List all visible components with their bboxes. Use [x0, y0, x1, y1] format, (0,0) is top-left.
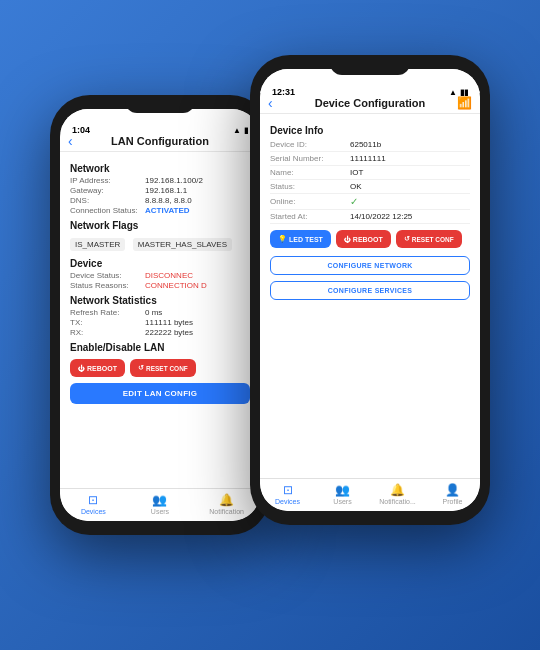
rx-label: RX:	[70, 328, 145, 337]
online-row: Online: ✓	[270, 194, 470, 210]
left-tab-bar: ⊡ Devices 👥 Users 🔔 Notification	[60, 488, 260, 521]
device-info-rows: Device ID: 625011b Serial Number: 111111…	[270, 138, 470, 224]
right-tab-devices[interactable]: ⊡ Devices	[268, 483, 308, 505]
rx-value: 222222 bytes	[145, 328, 193, 337]
led-test-label: LED TEST	[289, 236, 323, 243]
left-tab-devices[interactable]: ⊡ Devices	[73, 493, 113, 515]
serial-number-label: Serial Number:	[270, 154, 350, 163]
left-screen-content: Network IP Address: 192.168.1.100/2 Gate…	[60, 152, 260, 410]
ip-value: 192.168.1.100/2	[145, 176, 203, 185]
flag-master-has-slaves: MASTER_HAS_SLAVES	[133, 238, 232, 251]
conn-status-value: ACTIVATED	[145, 206, 190, 215]
flag-is-master: IS_MASTER	[70, 238, 125, 251]
right-phone-screen: 12:31 ▲ ▮▮ ‹ Device Configuration 📶 Devi…	[260, 69, 480, 511]
enable-disable-title: Enable/Disable LAN	[70, 342, 250, 353]
network-flags-title: Network Flags	[70, 220, 250, 231]
device-status-value: DISCONNEC	[145, 271, 193, 280]
device-info-title: Device Info	[270, 125, 470, 136]
right-nav-header: ‹ Device Configuration 📶	[260, 93, 480, 114]
right-chart-icon[interactable]: 📶	[457, 96, 472, 110]
right-reboot-icon: ⏻	[344, 236, 351, 243]
right-devices-icon: ⊡	[283, 483, 293, 497]
left-nav-title: LAN Configuration	[111, 135, 209, 147]
device-status-label: Device Status:	[70, 271, 145, 280]
rx-row: RX: 222222 bytes	[70, 328, 250, 337]
right-reboot-button[interactable]: ⏻ REBOOT	[336, 230, 391, 248]
network-stats-section: Network Statistics Refresh Rate: 0 ms TX…	[70, 295, 250, 337]
left-phone-screen: 1:04 ▲ ▮ ‹ LAN Configuration Network IP …	[60, 109, 260, 521]
right-phone-notch	[330, 55, 410, 75]
right-back-button[interactable]: ‹	[268, 95, 273, 111]
status-value: OK	[350, 182, 362, 191]
left-reboot-icon: ⏻	[78, 365, 85, 372]
tx-label: TX:	[70, 318, 145, 327]
refresh-rate-label: Refresh Rate:	[70, 308, 145, 317]
name-value: IOT	[350, 168, 363, 177]
left-tab-users[interactable]: 👥 Users	[140, 493, 180, 515]
status-reasons-row: Status Reasons: CONNECTION D	[70, 281, 250, 290]
left-nav-header: ‹ LAN Configuration	[60, 131, 260, 152]
right-screen-content: Device Info Device ID: 625011b Serial Nu…	[260, 114, 480, 310]
left-users-icon: 👥	[152, 493, 167, 507]
led-icon: 💡	[278, 235, 287, 243]
refresh-rate-row: Refresh Rate: 0 ms	[70, 308, 250, 317]
started-at-label: Started At:	[270, 212, 350, 221]
device-id-value: 625011b	[350, 140, 381, 149]
name-row: Name: IOT	[270, 166, 470, 180]
right-tab-notifications[interactable]: 🔔 Notificatio...	[378, 483, 418, 505]
device-title: Device	[70, 258, 250, 269]
left-notif-label: Notification	[209, 508, 244, 515]
right-tab-bar: ⊡ Devices 👥 Users 🔔 Notificatio... 👤 Pro…	[260, 478, 480, 511]
tx-value: 111111 bytes	[145, 318, 193, 327]
led-test-button[interactable]: 💡 LED TEST	[270, 230, 331, 248]
right-reset-button[interactable]: ↺ RESET CONF	[396, 230, 462, 248]
left-devices-icon: ⊡	[88, 493, 98, 507]
phone-right: 12:31 ▲ ▮▮ ‹ Device Configuration 📶 Devi…	[250, 55, 490, 525]
dns-row: DNS: 8.8.8.8, 8.8.0	[70, 196, 250, 205]
left-back-button[interactable]: ‹	[68, 133, 73, 149]
right-profile-label: Profile	[443, 498, 463, 505]
left-reset-label: RESET CONF	[146, 365, 188, 372]
left-reset-icon: ↺	[138, 364, 144, 372]
device-id-label: Device ID:	[270, 140, 350, 149]
configure-network-button[interactable]: CONFIGURE NETWORK	[270, 256, 470, 275]
right-tab-users[interactable]: 👥 Users	[323, 483, 363, 505]
status-label: Status:	[270, 182, 350, 191]
phone-left: 1:04 ▲ ▮ ‹ LAN Configuration Network IP …	[50, 95, 270, 535]
network-section: Network IP Address: 192.168.1.100/2 Gate…	[70, 163, 250, 215]
left-reset-button[interactable]: ↺ RESET CONF	[130, 359, 196, 377]
left-reboot-button[interactable]: ⏻ REBOOT	[70, 359, 125, 377]
left-users-label: Users	[151, 508, 169, 515]
network-flags-section: Network Flags IS_MASTER MASTER_HAS_SLAVE…	[70, 220, 250, 253]
left-devices-label: Devices	[81, 508, 106, 515]
gateway-value: 192.168.1.1	[145, 186, 187, 195]
left-reboot-label: REBOOT	[87, 365, 117, 372]
left-action-buttons: ⏻ REBOOT ↺ RESET CONF	[70, 359, 250, 377]
device-section: Device Device Status: DISCONNEC Status R…	[70, 258, 250, 290]
status-row: Status: OK	[270, 180, 470, 194]
left-tab-notifications[interactable]: 🔔 Notification	[207, 493, 247, 515]
gateway-label: Gateway:	[70, 186, 145, 195]
right-reset-icon: ↺	[404, 235, 410, 243]
started-at-row: Started At: 14/10/2022 12:25	[270, 210, 470, 224]
online-label: Online:	[270, 197, 350, 206]
network-stats-title: Network Statistics	[70, 295, 250, 306]
device-status-row: Device Status: DISCONNEC	[70, 271, 250, 280]
right-notif-icon: 🔔	[390, 483, 405, 497]
left-phone-notch	[125, 95, 195, 113]
refresh-rate-value: 0 ms	[145, 308, 162, 317]
right-action-buttons: 💡 LED TEST ⏻ REBOOT ↺ RESET CONF	[270, 230, 470, 248]
right-users-icon: 👥	[335, 483, 350, 497]
left-notif-icon: 🔔	[219, 493, 234, 507]
edit-lan-button[interactable]: EDIT LAN CONFIG	[70, 383, 250, 404]
configure-services-button[interactable]: CONFIGURE SERVICES	[270, 281, 470, 300]
gateway-row: Gateway: 192.168.1.1	[70, 186, 250, 195]
dns-label: DNS:	[70, 196, 145, 205]
right-reboot-label: REBOOT	[353, 236, 383, 243]
status-reasons-value: CONNECTION D	[145, 281, 207, 290]
started-at-value: 14/10/2022 12:25	[350, 212, 412, 221]
right-tab-profile[interactable]: 👤 Profile	[433, 483, 473, 505]
right-reset-label: RESET CONF	[412, 236, 454, 243]
right-devices-label: Devices	[275, 498, 300, 505]
serial-number-row: Serial Number: 11111111	[270, 152, 470, 166]
